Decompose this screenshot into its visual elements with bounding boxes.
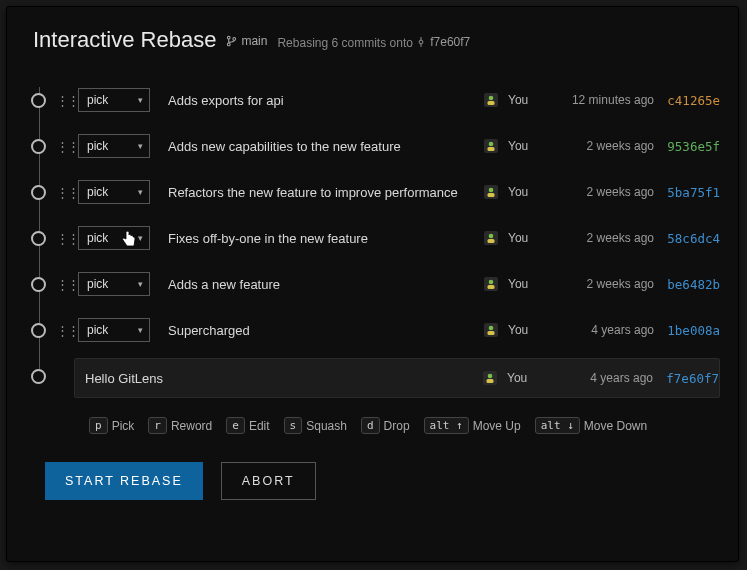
commit-time: 2 weeks ago [552,139,654,153]
commit-hash[interactable]: be6482b [664,277,720,292]
author: You [508,231,542,245]
avatar [484,323,498,337]
commit-row: ⋮⋮ pick ▾ Fixes off-by-one in the new fe… [31,215,720,261]
graph-node [31,93,46,108]
svg-point-14 [489,234,494,239]
base-commit-row: Hello GitLens You 4 years ago f7e60f7 [31,353,720,399]
legend-drop: dDrop [361,417,410,434]
svg-point-8 [489,142,494,147]
svg-point-0 [228,36,231,39]
commit-hash[interactable]: 5ba75f1 [664,185,720,200]
drag-handle-icon[interactable]: ⋮⋮ [56,323,68,338]
avatar [484,277,498,291]
chevron-down-icon: ▾ [138,95,143,105]
author: You [508,93,542,107]
legend-move-up: alt ↑Move Up [424,417,521,434]
author: You [508,185,542,199]
svg-rect-15 [488,239,495,243]
svg-point-2 [233,38,236,41]
action-select[interactable]: pick ▾ [78,134,150,158]
commit-list: ⋮⋮ pick ▾ Adds exports for api You 12 mi… [31,77,720,399]
chevron-down-icon: ▾ [138,279,143,289]
action-value: pick [87,231,108,245]
branch-name: main [241,34,267,48]
author: You [508,323,542,337]
svg-point-20 [489,326,494,331]
commit-row: ⋮⋮ pick ▾ Refactors the new feature to i… [31,169,720,215]
action-value: pick [87,323,108,337]
start-rebase-button[interactable]: START REBASE [45,462,203,500]
commit-row: ⋮⋮ pick ▾ Adds exports for api You 12 mi… [31,77,720,123]
commit-time: 2 weeks ago [552,277,654,291]
legend-squash: sSquash [284,417,347,434]
drag-handle-icon[interactable]: ⋮⋮ [56,139,68,154]
commit-hash[interactable]: c41265e [664,93,720,108]
commit-hash[interactable]: 1be008a [664,323,720,338]
header: Interactive Rebase main Rebasing 6 commi… [25,27,720,53]
rebase-panel: Interactive Rebase main Rebasing 6 commi… [6,6,739,562]
svg-point-17 [489,280,494,285]
commit-hash[interactable]: 58c6dc4 [664,231,720,246]
svg-rect-9 [488,147,495,151]
commit-message: Adds exports for api [160,93,474,108]
graph-node [31,277,46,292]
rebase-status: Rebasing 6 commits onto f7e60f7 [277,35,470,50]
drag-handle-icon[interactable]: ⋮⋮ [56,93,68,108]
drag-handle-icon[interactable]: ⋮⋮ [56,277,68,292]
action-bar: START REBASE ABORT [45,462,720,500]
chevron-down-icon: ▾ [138,141,143,151]
svg-rect-12 [488,193,495,197]
graph-node [31,139,46,154]
page-title: Interactive Rebase [33,27,216,53]
legend-move-down: alt ↓Move Down [535,417,647,434]
commit-time: 4 years ago [552,323,654,337]
avatar [484,139,498,153]
graph-node [31,369,46,384]
commit-message: Refactors the new feature to improve per… [160,185,474,200]
author: You [508,139,542,153]
action-value: pick [87,93,108,107]
svg-point-3 [419,40,423,44]
legend-reword: rReword [148,417,212,434]
action-select[interactable]: pick ▾ [78,180,150,204]
onto-commit: f7e60f7 [416,35,470,49]
action-select[interactable]: pick ▾ [78,272,150,296]
chevron-down-icon: ▾ [138,233,143,243]
commit-message: Adds new capabilities to the new feature [160,139,474,154]
svg-point-5 [489,96,494,101]
avatar [484,231,498,245]
commit-hash[interactable]: f7e60f7 [663,371,719,386]
legend-edit: eEdit [226,417,269,434]
commit-row: ⋮⋮ pick ▾ Adds a new feature You 2 weeks… [31,261,720,307]
commit-message: Hello GitLens [83,371,473,386]
action-value: pick [87,185,108,199]
commit-time: 12 minutes ago [552,93,654,107]
commit-message: Fixes off-by-one in the new feature [160,231,474,246]
svg-rect-6 [488,101,495,105]
cursor-hand-icon [121,230,137,250]
abort-button[interactable]: ABORT [221,462,316,500]
avatar [484,185,498,199]
avatar [483,371,497,385]
graph-node [31,323,46,338]
commit-icon [416,37,426,47]
commit-hash[interactable]: 9536e5f [664,139,720,154]
action-select[interactable]: pick ▾ [78,88,150,112]
commit-time: 2 weeks ago [552,185,654,199]
graph-node [31,185,46,200]
chevron-down-icon: ▾ [138,187,143,197]
author: You [508,277,542,291]
graph-node [31,231,46,246]
commit-message: Adds a new feature [160,277,474,292]
drag-handle-icon[interactable]: ⋮⋮ [56,231,68,246]
keyboard-legend: pPick rReword eEdit sSquash dDrop alt ↑M… [89,417,720,434]
drag-handle-icon[interactable]: ⋮⋮ [56,185,68,200]
branch-icon [226,35,237,47]
svg-point-11 [489,188,494,193]
svg-point-23 [488,374,493,379]
action-select[interactable]: pick ▾ [78,318,150,342]
chevron-down-icon: ▾ [138,325,143,335]
svg-rect-24 [487,379,494,383]
action-select[interactable]: pick ▾ [78,226,150,250]
action-value: pick [87,277,108,291]
